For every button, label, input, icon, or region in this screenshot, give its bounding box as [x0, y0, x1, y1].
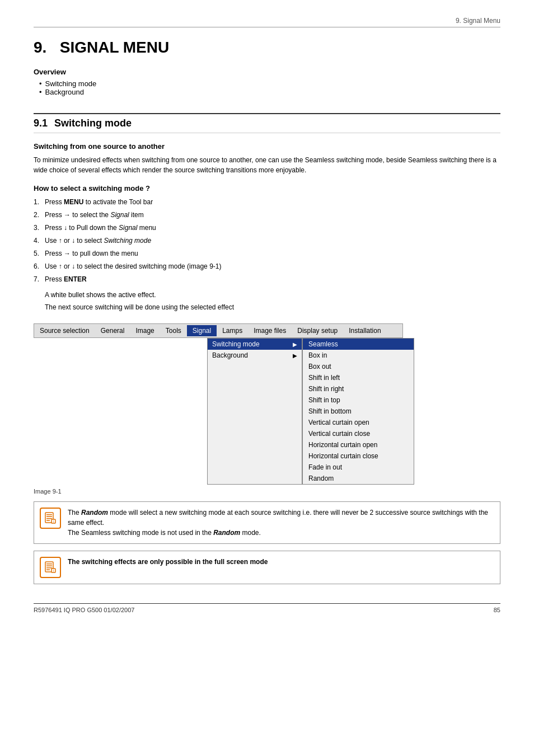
menu-bar-image: Image	[130, 325, 160, 336]
subsection2-heading: How to select a switching mode ?	[34, 184, 500, 192]
section-91-header: 9.1 Switching mode	[34, 113, 500, 133]
overview-list: Switching mode Background	[34, 79, 500, 96]
menu-bar-image-files: Image files	[248, 325, 292, 336]
svg-rect-2	[46, 516, 52, 518]
submenu-box-in: Box in	[303, 350, 414, 361]
steps-list: 1. Press MENU to activate the Tool bar 2…	[34, 197, 500, 284]
step-7: 7. Press ENTER	[34, 274, 500, 284]
chapter-title-text: SIGNAL MENU	[60, 39, 170, 56]
submenu-horiz-open: Horizontal curtain open	[303, 439, 414, 450]
subsection1-heading: Switching from one source to another	[34, 142, 500, 151]
step-1: 1. Press MENU to activate the Tool bar	[34, 197, 500, 207]
menu-bar-lamps: Lamps	[217, 325, 248, 336]
dropdown-arrow-2: ▶	[293, 353, 297, 359]
note-text-1: The Random mode will select a new switch…	[68, 508, 494, 538]
submenu-panel: Seamless Box in Box out Shift in left Sh…	[302, 338, 414, 485]
menu-bar-source-selection: Source selection	[34, 325, 95, 336]
submenu-shift-right: Shift in right	[303, 383, 414, 395]
note-svg-icon-1: !	[44, 511, 57, 525]
chapter-number: 9.	[34, 39, 46, 56]
footer-right: 85	[494, 607, 500, 613]
dropdown-item-label: Switching mode	[212, 340, 260, 348]
menu-bar-signal: Signal	[187, 325, 217, 336]
dropdown-panel: Switching mode ▶ Background ▶	[207, 338, 302, 485]
submenu-horiz-close: Horizontal curtain close	[303, 450, 414, 462]
chapter-title: 9. SIGNAL MENU	[34, 39, 500, 57]
footer-left: R5976491 IQ PRO G500 01/02/2007	[34, 607, 134, 613]
step-5: 5. Press → to pull down the menu	[34, 248, 500, 259]
step-3: 3. Press ↓ to Pull down the Signal menu	[34, 223, 500, 233]
submenu-shift-top: Shift in top	[303, 395, 414, 406]
submenu-fade: Fade in out	[303, 462, 414, 473]
image-caption: Image 9-1	[34, 488, 500, 495]
svg-rect-8	[46, 564, 52, 565]
menu-bar-tools: Tools	[160, 325, 187, 336]
dropdown-arrow-1: ▶	[293, 341, 297, 348]
section-title: Switching mode	[54, 118, 132, 129]
page-header: 9. Signal Menu	[34, 17, 500, 27]
note-box-1: ! The Random mode will select a new swit…	[34, 501, 500, 544]
submenu-box-out: Box out	[303, 361, 414, 372]
submenu-shift-left: Shift in left	[303, 372, 414, 383]
menu-simulation: Source selection General Image Tools Sig…	[34, 323, 500, 485]
svg-rect-1	[46, 514, 52, 515]
note-icon-2: !	[40, 557, 61, 578]
section-number: 9.1	[34, 118, 48, 129]
overview-item-switching: Switching mode	[39, 79, 500, 88]
step-2: 2. Press → to select the Signal item	[34, 210, 500, 220]
menu-bar-general: General	[95, 325, 130, 336]
submenu-random: Random	[303, 473, 414, 484]
note-svg-icon-2: !	[44, 561, 57, 574]
svg-rect-10	[46, 567, 52, 569]
overview-heading: Overview	[34, 68, 500, 76]
svg-rect-4	[46, 520, 50, 522]
dropdown-area: Switching mode ▶ Background ▶ Seamless B…	[34, 338, 500, 485]
page-footer: R5976491 IQ PRO G500 01/02/2007 85	[34, 603, 500, 613]
step-4: 4. Use ↑ or ↓ to select Switching mode	[34, 236, 500, 246]
submenu-shift-bottom: Shift in bottom	[303, 406, 414, 417]
header-section-ref: 9. Signal Menu	[456, 17, 500, 25]
menu-bar-display-setup: Display setup	[292, 325, 343, 336]
submenu-vert-open: Vertical curtain open	[303, 417, 414, 428]
menu-bar: Source selection General Image Tools Sig…	[34, 323, 403, 338]
overview-item-background: Background	[39, 88, 500, 96]
step-6: 6. Use ↑ or ↓ to select the desired swit…	[34, 261, 500, 271]
submenu-vert-close: Vertical curtain close	[303, 428, 414, 439]
menu-bar-installation: Installation	[343, 325, 386, 336]
submenu-seamless: Seamless	[303, 339, 414, 350]
note-icon-1: !	[40, 508, 61, 529]
dropdown-background: Background ▶	[208, 350, 302, 361]
step7-sub1: A white bullet shows the active effect.	[34, 290, 500, 300]
step7-sub2: The next source switching will be done u…	[34, 302, 500, 312]
subsection1-body: To minimize undesired effects when switc…	[34, 155, 500, 175]
note-text-2: The switching effects are only possible …	[68, 557, 268, 567]
svg-rect-11	[46, 570, 50, 571]
overview-section: Overview Switching mode Background	[34, 68, 500, 96]
dropdown-item-label2: Background	[212, 351, 248, 359]
svg-rect-3	[46, 518, 52, 519]
svg-rect-9	[46, 566, 52, 567]
note-box-2: ! The switching effects are only possibl…	[34, 551, 500, 584]
dropdown-switching-mode: Switching mode ▶	[208, 339, 302, 350]
